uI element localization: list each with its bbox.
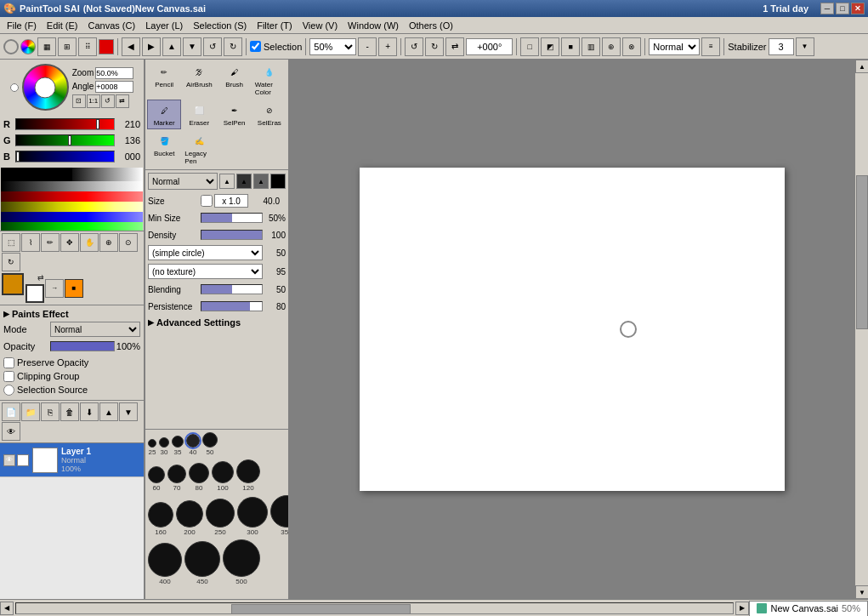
scroll-track-v[interactable] [855,73,868,585]
nav-cw[interactable]: ↻ [224,37,242,56]
zoom-out-btn[interactable]: - [358,37,377,56]
tool-extra1[interactable]: → [45,279,64,298]
scroll-down-btn[interactable]: ▼ [855,585,868,599]
brush-size-160[interactable] [148,502,173,528]
scroll-up-btn[interactable]: ▲ [855,60,868,73]
g-slider[interactable] [15,134,115,146]
angle-input[interactable] [466,38,513,55]
tool-hand[interactable]: ✋ [80,233,99,252]
menu-view[interactable]: View (V) [298,19,343,32]
swatch-blues[interactable] [1,212,143,222]
mode-tri2[interactable]: ▲ [236,174,252,189]
menu-edit[interactable]: Edit (E) [42,19,83,32]
tool-select-rect[interactable]: ⬚ [2,233,20,252]
grid-btn[interactable]: ▦ [37,37,56,56]
menu-selection[interactable]: Selection (S) [188,19,252,32]
zoom-select[interactable]: 50% 25% 75% 100% [309,38,356,55]
tool-zoom[interactable]: ⊕ [99,233,118,252]
brush-size-25[interactable] [148,439,156,448]
scroll-thumb-h[interactable] [231,604,411,614]
paints-expand-icon[interactable]: ▶ [3,310,9,318]
zoom-fit-btn[interactable]: ⊡ [72,94,86,108]
texture-select[interactable]: (no texture) canvas paper [148,264,263,279]
brush-size-350[interactable] [270,495,288,528]
nav-ccw[interactable]: ↺ [203,37,222,56]
tool-move[interactable]: ✥ [60,233,79,252]
brush-size-120[interactable] [236,459,260,483]
brush-type-brush[interactable]: 🖌 Brush [218,61,252,99]
mode-tri1[interactable]: ▲ [219,174,235,189]
bg-color-swatch[interactable] [26,284,44,303]
rot-ccw-btn[interactable]: ↺ [405,37,423,56]
menu-filter[interactable]: Filter (T) [252,19,298,32]
preserve-opacity-checkbox[interactable] [3,357,14,368]
maximize-button[interactable]: □ [836,3,849,14]
rot-cw-btn[interactable]: ↻ [425,37,444,56]
blend-mode-extra[interactable]: ≡ [701,37,720,56]
color-fill-btn[interactable] [99,39,114,54]
brush-size-60[interactable] [148,466,165,483]
angle-display[interactable] [95,81,133,93]
swatch-black[interactable] [1,168,72,181]
swatch-grays[interactable] [72,168,144,181]
size-multiplier-input[interactable] [214,194,248,208]
nav-down[interactable]: ▼ [183,37,201,56]
brush-type-airbrush[interactable]: 🌫 AirBrush [182,61,216,99]
mode-select[interactable]: Normal Multiply Screen [50,322,140,337]
menu-canvas[interactable]: Canvas (C) [83,19,141,32]
layer-lock-icon[interactable]: 🖊 [17,454,29,466]
shape-select[interactable]: (simple circle) circle square [148,245,263,260]
blending-slider[interactable] [201,284,263,294]
tool-extra2[interactable]: ■ [65,279,83,298]
layer-down-btn[interactable]: ▼ [119,402,138,421]
canvas-area[interactable] [289,60,854,599]
size-checkbox[interactable] [201,195,213,207]
tool-select-magic[interactable]: ✏ [41,233,60,252]
nav-right[interactable]: ▶ [142,37,161,56]
nav-left[interactable]: ◀ [122,37,140,56]
clipping-group-checkbox[interactable] [3,371,14,382]
brush-size-400[interactable] [148,543,182,577]
zoom-in-btn[interactable]: + [378,37,397,56]
duplicate-layer-btn[interactable]: ⎘ [41,402,60,421]
brush-size-500[interactable] [223,539,260,577]
close-button[interactable]: ✕ [851,3,865,14]
advanced-expand-icon[interactable]: ▶ [148,318,154,327]
grid2-btn[interactable]: ⊞ [58,37,77,56]
drawing-canvas[interactable] [360,168,785,491]
delete-layer-btn[interactable]: 🗑 [60,402,79,421]
switch-colors-btn[interactable]: ⇄ [37,273,44,282]
zoom-100-btn[interactable]: 1:1 [87,94,100,108]
brush-type-bucket[interactable]: 🪣 Bucket [147,130,181,168]
layer-item-1[interactable]: 👁 🖊 Layer 1 Normal 100% [0,443,144,477]
brush-mode-select[interactable]: Normal Multiply [148,173,218,190]
brush-size-250[interactable] [206,499,235,528]
brush-type-eraser[interactable]: ⬜ Eraser [182,100,216,129]
layer-up-btn[interactable]: ▲ [99,402,118,421]
stabilizer-down[interactable]: ▼ [796,37,814,56]
tab-canvas[interactable]: New Canvas.sai 50% [749,601,868,616]
brush-type-pencil[interactable]: ✏ Pencil [147,61,181,99]
selection-source-radio[interactable] [3,385,14,396]
brush-size-70[interactable] [167,465,186,483]
scroll-right-btn[interactable]: ▶ [735,602,749,615]
tool-eyedrop[interactable]: ⊙ [119,233,138,252]
color-wheel-btn[interactable] [20,39,36,54]
brush-size-80[interactable] [189,463,209,483]
mode-black-square[interactable]: ■ [270,174,286,189]
mode-btn1[interactable]: □ [520,37,539,56]
fg-color-swatch[interactable] [2,273,24,295]
merge-down-btn[interactable]: ⬇ [80,402,99,421]
mode-btn4[interactable]: ▥ [582,37,600,56]
transform-btn1[interactable] [3,39,19,54]
brush-size-200[interactable] [176,500,203,528]
tool-rotate[interactable]: ↻ [2,253,20,271]
tool-select-lasso[interactable]: ⌇ [21,233,40,252]
mode-btn5[interactable]: ⊕ [602,37,621,56]
brush-size-50[interactable] [202,432,218,448]
color-wheel[interactable] [22,64,69,111]
brush-type-watercolor[interactable]: 💧 Water Color [252,61,286,99]
density-slider[interactable] [201,230,263,240]
new-layer-btn[interactable]: 📄 [2,402,20,421]
flip-btn[interactable]: ⇄ [445,37,464,56]
